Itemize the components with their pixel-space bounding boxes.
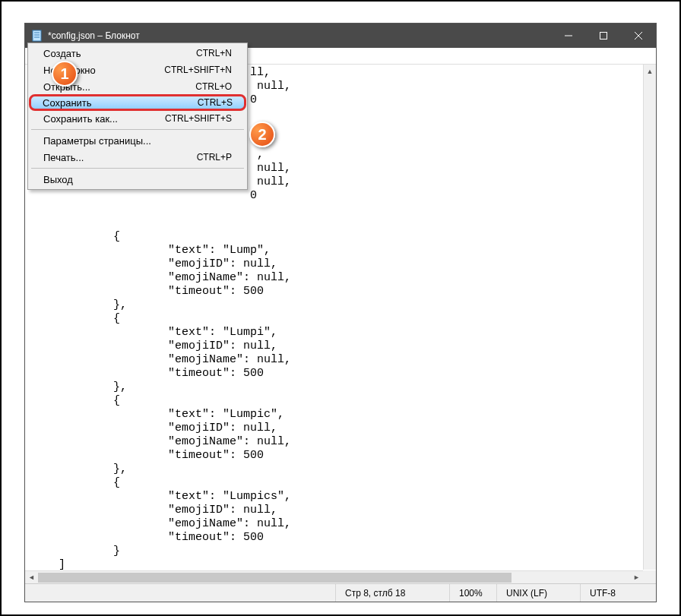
menu-item-shortcut: CTRL+S bbox=[198, 97, 233, 108]
menu-item-shortcut: CTRL+O bbox=[195, 81, 232, 92]
svg-rect-5 bbox=[600, 33, 607, 39]
menu-item-print[interactable]: Печать... CTRL+P bbox=[30, 149, 245, 166]
maximize-button[interactable] bbox=[586, 24, 621, 48]
menu-item-shortcut: CTRL+SHIFT+S bbox=[165, 113, 232, 124]
menu-item-label: Сохранить bbox=[43, 97, 92, 109]
vertical-scrollbar[interactable]: ▲ bbox=[643, 65, 656, 570]
scroll-right-icon[interactable]: ► bbox=[630, 571, 643, 583]
callout-badge-1: 1 bbox=[52, 61, 78, 87]
horizontal-scrollbar[interactable]: ◄ ► bbox=[25, 570, 643, 583]
menu-item-exit[interactable]: Выход bbox=[30, 171, 245, 188]
menu-item-new[interactable]: Создать CTRL+N bbox=[30, 45, 245, 62]
menu-item-shortcut: CTRL+P bbox=[197, 152, 232, 163]
menu-item-save-as[interactable]: Сохранить как... CTRL+SHIFT+S bbox=[30, 110, 245, 127]
window-title: *config.json – Блокнот bbox=[48, 30, 140, 41]
notepad-icon bbox=[31, 30, 43, 42]
status-position: Стр 8, стлб 18 bbox=[335, 584, 449, 602]
hscroll-thumb[interactable] bbox=[38, 573, 512, 583]
menu-item-label: Выход bbox=[43, 174, 73, 185]
menu-item-shortcut: CTRL+N bbox=[196, 48, 232, 58]
menu-item-page-setup[interactable]: Параметры страницы... bbox=[30, 132, 245, 149]
menu-item-save[interactable]: Сохранить CTRL+S bbox=[29, 94, 246, 111]
scroll-left-icon[interactable]: ◄ bbox=[25, 571, 38, 583]
statusbar: Стр 8, стлб 18 100% UNIX (LF) UTF-8 bbox=[25, 583, 656, 602]
menu-item-label: Печать... bbox=[43, 152, 84, 163]
status-encoding: UTF-8 bbox=[580, 584, 656, 602]
menu-item-label: Сохранить как... bbox=[43, 113, 118, 125]
status-zoom: 100% bbox=[449, 584, 496, 602]
callout-badge-2: 2 bbox=[249, 122, 275, 147]
svg-rect-0 bbox=[33, 30, 41, 41]
window-controls bbox=[551, 24, 656, 48]
menu-separator bbox=[31, 129, 244, 130]
scroll-corner bbox=[643, 570, 656, 583]
status-eol: UNIX (LF) bbox=[496, 584, 580, 602]
menu-separator bbox=[31, 168, 244, 169]
close-button[interactable] bbox=[621, 24, 656, 48]
scroll-up-icon[interactable]: ▲ bbox=[644, 65, 656, 77]
menu-item-label: Создать bbox=[43, 48, 81, 59]
menu-item-shortcut: CTRL+SHIFT+N bbox=[164, 65, 232, 75]
hscroll-track[interactable] bbox=[38, 571, 630, 583]
minimize-button[interactable] bbox=[551, 24, 586, 48]
menu-item-label: Параметры страницы... bbox=[43, 135, 151, 147]
